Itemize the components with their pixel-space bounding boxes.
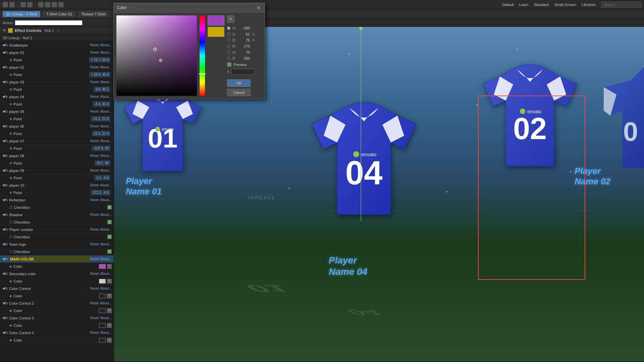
reset-color-control2[interactable]: Reset: [90, 301, 99, 305]
reset-player08[interactable]: Reset: [90, 154, 99, 158]
link-icon-cc4[interactable]: ⛓: [107, 338, 112, 343]
current-color-swatch[interactable]: [208, 27, 224, 37]
effect-player04[interactable]: ▼ fx player 04 Reset About...: [0, 93, 114, 101]
menu-dots[interactable]: ≡: [57, 28, 59, 33]
checkbox-team-logo-input[interactable]: [107, 249, 112, 254]
link-icon-main[interactable]: ⛓: [107, 264, 112, 269]
color-control3-swatch[interactable]: [99, 323, 106, 328]
color-gradient-picker[interactable]: [116, 15, 197, 96]
green-radio[interactable]: [227, 51, 230, 54]
link-icon-secondary[interactable]: ⛓: [107, 279, 112, 284]
cancel-button[interactable]: Cancel: [227, 89, 251, 96]
red-radio[interactable]: [227, 45, 230, 48]
effect-goalkeeper[interactable]: ▼ fx Goalkeeper Reset About...: [0, 42, 114, 49]
about-player05[interactable]: About...: [100, 110, 112, 113]
reset-goalkeeper[interactable]: Reset: [90, 43, 99, 47]
effect-main-color[interactable]: ▼ fx MAIN COLOR Reset About...: [0, 255, 114, 263]
point-player02[interactable]: ⊕ Point ⟳ 28.8, 45.9: [0, 71, 114, 78]
effect-color-control[interactable]: ▼ fx Color Control Reset About...: [0, 285, 114, 292]
reset-shadow[interactable]: Reset: [90, 213, 99, 217]
about-player10[interactable]: About...: [100, 183, 112, 187]
workspace-default[interactable]: Default: [502, 3, 514, 7]
secondary-color-swatch[interactable]: [99, 279, 106, 284]
color-control2-row[interactable]: ◈ Color ⛓: [0, 307, 114, 314]
comp-tab-1[interactable]: T-Shirt Color 01: [43, 11, 75, 17]
point-player03[interactable]: ⊕ Point 9.9, 45.2: [0, 86, 114, 93]
select-icon[interactable]: [38, 2, 44, 7]
reset-color-control[interactable]: Reset: [90, 287, 99, 290]
workspace-standard[interactable]: Standard: [534, 3, 549, 7]
point-value-player09[interactable]: 2.1, -4.6: [95, 175, 110, 180]
reset-secondary-color[interactable]: Reset: [90, 272, 99, 276]
effect-team-logo[interactable]: ▼ fx Team logo Reset About...: [0, 241, 114, 248]
reset-player07[interactable]: Reset: [90, 139, 99, 143]
about-color-control[interactable]: About...: [100, 287, 112, 290]
workspace-libraries[interactable]: Libraries: [582, 3, 596, 7]
reset-player06[interactable]: Reset: [90, 124, 99, 128]
reset-player02[interactable]: Reset: [90, 65, 99, 69]
about-main-color[interactable]: About...: [100, 257, 112, 261]
point-value-player03[interactable]: 9.9, 45.2: [94, 87, 110, 92]
effect-player05[interactable]: ▼ fx player 05 Reset About...: [0, 108, 114, 115]
reset-player-number[interactable]: Reset: [90, 228, 99, 231]
point-player04[interactable]: ⊕ Point -8.4, 45.9: [0, 101, 114, 108]
about-team-logo[interactable]: About...: [100, 242, 112, 246]
point-player05[interactable]: ⊕ Point -21.2, 21.8: [0, 115, 114, 123]
color-dialog-close[interactable]: ✕: [256, 5, 261, 10]
link-icon-cc3[interactable]: ⛓: [107, 323, 112, 328]
checkbox-reflection-input[interactable]: [107, 205, 112, 209]
about-player04[interactable]: About...: [100, 95, 112, 99]
point-player08[interactable]: ⊕ Point 29.7, 45: [0, 160, 114, 167]
about-color-control3[interactable]: About...: [100, 316, 112, 320]
saturation-radio[interactable]: [227, 33, 230, 36]
ok-button[interactable]: OK: [227, 79, 251, 87]
about-player08[interactable]: About...: [100, 154, 112, 158]
search-input[interactable]: [601, 2, 641, 8]
link-icon-cc2[interactable]: ⛓: [107, 308, 112, 313]
undo-icon[interactable]: [20, 2, 26, 7]
point-player06[interactable]: ⊕ Point 22.4, 21.8: [0, 130, 114, 137]
about-color-control4[interactable]: About...: [100, 331, 112, 335]
reset-team-logo[interactable]: Reset: [90, 242, 99, 246]
effect-player09[interactable]: ▼ fx player 09 Reset About...: [0, 167, 114, 174]
workspace-small-screen[interactable]: Small Screen: [554, 3, 576, 7]
hue-radio[interactable]: [227, 26, 230, 30]
previous-color-swatch[interactable]: [208, 15, 224, 25]
effect-color-control2[interactable]: ▼ fx Color Control 2 Reset About...: [0, 300, 114, 307]
about-goalkeeper[interactable]: About...: [100, 43, 112, 47]
about-player06[interactable]: About...: [100, 124, 112, 128]
reset-player01[interactable]: Reset: [90, 51, 99, 54]
redo-icon[interactable]: [27, 2, 33, 7]
effect-player06[interactable]: ▼ fx player 06 Reset About...: [0, 123, 114, 130]
point-value-player06[interactable]: 22.4, 21.8: [92, 131, 110, 136]
active-input[interactable]: [15, 20, 82, 25]
checkbox-shadow-input[interactable]: [107, 220, 112, 224]
home-icon[interactable]: [3, 2, 8, 7]
color-main-color[interactable]: ◈ Color ⛓: [0, 263, 114, 270]
color-secondary[interactable]: ◈ Color ⛓: [0, 278, 114, 285]
reset-player10[interactable]: Reset: [90, 183, 99, 187]
point-value-player05[interactable]: -21.2, 21.8: [91, 116, 110, 121]
pen-icon[interactable]: [45, 2, 50, 7]
hex-input[interactable]: AA4BBE: [231, 69, 255, 75]
effect-player03[interactable]: ▼ fx player 03 Reset About...: [0, 78, 114, 86]
color-control4-swatch[interactable]: [99, 338, 106, 343]
about-reflection[interactable]: About...: [100, 198, 112, 202]
point-value-player08[interactable]: 29.7, 45: [95, 161, 110, 166]
preview-checkbox[interactable]: [227, 62, 231, 67]
color-control3-row[interactable]: ◈ Color ⛓: [0, 322, 114, 329]
point-player09[interactable]: ⊕ Point 2.1, -4.6: [0, 174, 114, 182]
link-icon-cc[interactable]: ⛓: [107, 294, 112, 298]
close-panel-button[interactable]: ✕: [3, 28, 6, 33]
main-color-swatch[interactable]: [99, 264, 106, 269]
about-player07[interactable]: About...: [100, 139, 112, 143]
checkbox-team-logo[interactable]: ☐ Checkbox: [0, 248, 114, 255]
about-player02[interactable]: About...: [100, 65, 112, 69]
point-value-player04[interactable]: -8.4, 45.9: [93, 102, 110, 107]
point-player10[interactable]: ⊕ Point 172.2, -4.6: [0, 189, 114, 196]
checkbox-player-number[interactable]: ☐ Checkbox: [0, 233, 114, 241]
effect-player02[interactable]: ▼ fx player 02 Reset About...: [0, 64, 114, 71]
about-shadow[interactable]: About...: [100, 213, 112, 217]
effect-shadow[interactable]: ▼ fx Shadow Reset About...: [0, 211, 114, 219]
point-value-player01[interactable]: ⟳ 23.7, 59.8: [89, 57, 110, 62]
